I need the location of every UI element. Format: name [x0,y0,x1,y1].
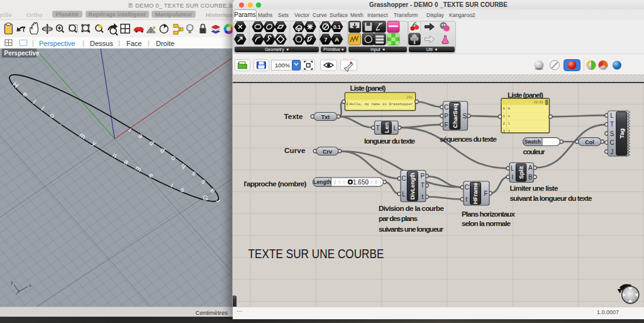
svg-text:2: 2 [503,122,506,126]
svg-text:y: y [11,280,13,285]
svg-text:Division de la courbe: Division de la courbe [379,204,444,213]
svg-text:Txt: Txt [321,114,330,120]
svg-text:Length: Length [313,179,331,185]
svg-text:Crv: Crv [323,149,332,155]
svg-text:J: J [611,149,614,156]
svg-text:Liste (panel): Liste (panel) [350,84,386,93]
svg-text:suivant la longueur du texte: suivant la longueur du texte [510,194,592,203]
svg-text:S: S [463,113,467,120]
svg-text:couleur: couleur [523,147,545,156]
svg-text:T: T [610,121,614,128]
svg-text:t: t [466,196,468,203]
svg-text:Split: Split [518,166,525,179]
svg-text:DivLength: DivLength [409,173,416,200]
svg-text:C: C [444,104,448,111]
svg-text:l'approche (nombre): l'approche (nombre) [244,179,307,188]
svg-text:HFrame: HFrame [472,183,479,204]
svg-text:P: P [444,113,448,120]
svg-text:Tag: Tag [618,128,625,139]
svg-text:S: S [610,130,614,137]
svg-text:I: I [511,174,513,181]
svg-text:Limiter une liste: Limiter une liste [510,184,558,193]
svg-text:z: z [18,288,20,294]
svg-text:1.650: 1.650 [353,179,369,186]
svg-text:C: C [464,184,469,191]
svg-text:7: 7 [324,36,327,43]
svg-text:CharSeq: CharSeq [452,103,458,128]
svg-text:100%: 100% [275,62,291,69]
svg-text:e: e [508,114,511,118]
svg-text:Hello, my name is Grasshopper: Hello, my name is Grasshopper [350,102,413,106]
svg-text:T: T [376,125,380,132]
svg-text:l: l [508,122,511,126]
svg-text:L: L [402,191,406,198]
svg-text:L: L [511,165,514,172]
svg-text:L: L [394,125,397,132]
svg-text:suivants une longueur: suivants une longueur [379,225,443,234]
svg-text:L: L [610,112,614,119]
svg-text:H: H [508,106,511,111]
svg-text:F: F [484,190,487,197]
svg-text:{0}: {0} [406,95,413,99]
svg-text:T: T [421,182,425,189]
svg-text:par des plans: par des plans [379,214,418,223]
svg-text:x: x [29,283,31,288]
svg-text:l: l [508,129,511,133]
svg-text:Plans horizontaux: Plans horizontaux [462,210,515,218]
svg-text:séquences du texte: séquences du texte [440,135,497,144]
svg-text:0: 0 [503,106,506,111]
svg-text:{0;0}: {0;0} [533,101,543,105]
svg-text:Col: Col [585,139,594,145]
svg-text:C: C [401,175,406,182]
svg-text:Len: Len [383,122,390,133]
svg-text:1: 1 [503,114,506,118]
svg-text:selon la normale: selon la normale [462,219,511,228]
svg-text:TEXTE SUR UNE COURBE: TEXTE SUR UNE COURBE [248,247,384,261]
svg-text:0: 0 [346,102,348,106]
svg-text:Swatch: Swatch [525,139,541,145]
svg-text:longueur du texte: longueur du texte [364,137,415,145]
svg-text:Curve: Curve [284,146,306,155]
svg-text:A: A [528,164,533,171]
svg-text:Liste (panel): Liste (panel) [508,91,543,99]
svg-text:A: A [335,36,339,43]
svg-text:B: B [528,174,533,181]
svg-text:C: C [609,139,614,146]
svg-text:F: F [444,122,448,128]
svg-text:0.1: 0.1 [333,24,341,30]
svg-text:P: P [420,173,425,179]
svg-text:Perspective: Perspective [4,50,40,57]
svg-text:Texte: Texte [284,112,303,121]
svg-text:3: 3 [503,129,506,133]
svg-text:t: t [421,193,423,200]
